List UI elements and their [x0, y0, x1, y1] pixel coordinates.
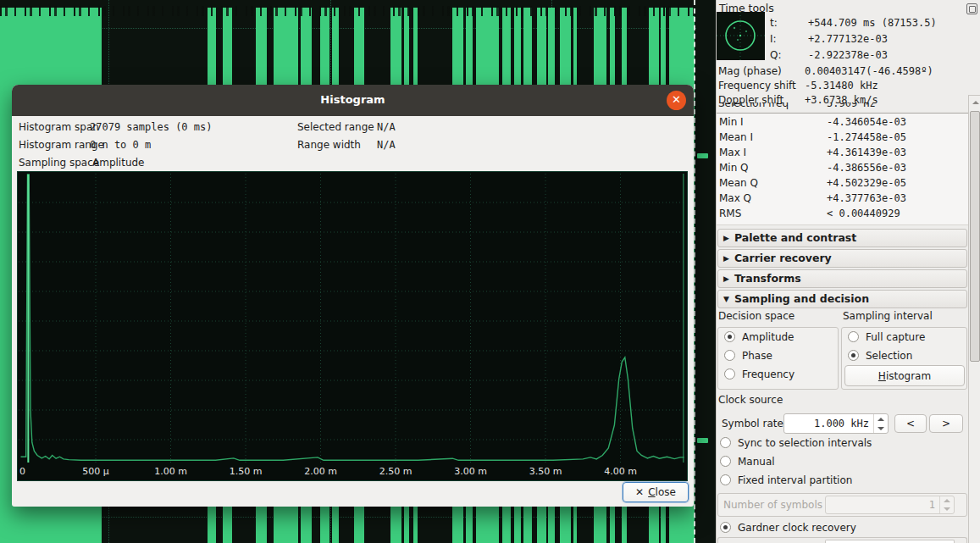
radio-phase[interactable]: Phase	[724, 350, 772, 365]
x-tick-label: 3.00 m	[446, 466, 496, 477]
selection-cursor[interactable]	[694, 0, 695, 543]
histogram-span-value: 27079 samples (0 ms)	[90, 121, 213, 133]
radio-selected-icon	[724, 331, 735, 342]
radio-label: Phase	[742, 350, 772, 362]
chevron-down-icon: ▼	[723, 295, 729, 303]
radio-fixed-interval-partition[interactable]: Fixed interval partition	[720, 474, 852, 490]
histogram-dialog: Histogram ✕ Histogram span 27079 samples…	[12, 85, 694, 507]
radio-label: Manual	[738, 456, 775, 468]
spin-down-icon	[874, 424, 888, 433]
chevron-right-icon: ▶	[723, 254, 729, 263]
mag-phase-label: Mag (phase)	[718, 65, 782, 77]
x-tick-label: 0	[19, 466, 36, 477]
section-label: Carrier recovery	[734, 252, 832, 264]
section-carrier-recovery[interactable]: ▶Carrier recovery	[717, 249, 967, 268]
rms-value: < 0.00440929	[827, 208, 900, 219]
frequency-shift-label: Frequency shift	[718, 80, 796, 91]
selection-freq-value: 5.909 Hz	[827, 103, 876, 109]
section-palette-and-contrast[interactable]: ▶Palette and contrast	[717, 229, 967, 247]
spin-up-icon	[940, 496, 954, 505]
symbol-rate-spinbox[interactable]: 1.000 kHz	[783, 413, 889, 434]
radio-icon	[848, 331, 859, 342]
radio-icon	[720, 437, 731, 448]
section-label: Sampling and decision	[734, 292, 869, 305]
dialog-titlebar[interactable]: Histogram ✕	[12, 85, 694, 116]
section-sampling-and-decision[interactable]: ▼Sampling and decision	[717, 290, 967, 308]
symbol-rate-prev-button[interactable]: <	[894, 414, 927, 433]
min-q-value: -4.386556e-03	[827, 162, 906, 174]
float-panel-icon[interactable]	[966, 3, 977, 14]
symbol-rate-label: Symbol rate	[722, 418, 783, 429]
clock-source-label: Clock source	[718, 394, 783, 406]
max-q-label: Max Q	[719, 192, 751, 204]
x-tick-label: 3.50 m	[520, 466, 571, 477]
waveform-noise	[0, 6, 696, 16]
histogram-curve	[18, 172, 687, 480]
selection-marker	[697, 153, 708, 158]
radio-label: Sync to selection intervals	[738, 437, 872, 449]
radio-label: Full capture	[866, 331, 925, 343]
x-tick-label: 2.50 m	[370, 466, 421, 477]
t-value: +544.709 ms (87153.5)	[808, 17, 937, 29]
max-q-value: +4.377763e-03	[827, 192, 906, 204]
min-i-label: Min I	[719, 116, 744, 128]
mean-i-label: Mean I	[719, 131, 753, 143]
radio-manual[interactable]: Manual	[720, 456, 775, 471]
i-value: +2.777132e-03	[808, 33, 888, 45]
radio-label: Amplitude	[742, 331, 795, 343]
sampling-interval-label: Sampling interval	[843, 310, 933, 322]
close-icon[interactable]: ✕	[667, 91, 686, 110]
histogram-range-value: 0 n to 0 m	[90, 139, 151, 151]
x-tick-label: 1.00 m	[146, 466, 197, 477]
q-label: Q:	[770, 49, 782, 61]
scroll-up-icon[interactable]	[970, 97, 980, 108]
close-button[interactable]: ✕ Close	[623, 482, 689, 502]
number-of-symbols-spinbox[interactable]: 1	[825, 496, 955, 514]
selected-range-label: Selected range	[297, 121, 374, 133]
range-width-label: Range width	[297, 139, 361, 151]
sampling-space-value: Amplitude	[92, 157, 145, 169]
radio-frequency[interactable]: Frequency	[724, 368, 795, 384]
constellation-thumbnail[interactable]	[717, 12, 765, 60]
waveform-gridline	[0, 28, 696, 29]
t-label: t:	[770, 17, 778, 29]
selection-marker	[697, 438, 708, 443]
max-i-value: +4.361439e-03	[827, 147, 906, 158]
x-tick-label: 4.00 m	[595, 466, 646, 477]
histogram-plot[interactable]: 0500 µ1.00 m1.50 m2.00 m2.50 m3.00 m3.50…	[17, 171, 688, 481]
frequency-shift-value: -5.31480 kHz	[805, 80, 878, 91]
decision-space-label: Decision space	[718, 310, 795, 322]
spin-up-icon	[874, 414, 888, 424]
q-value: -2.922378e-03	[808, 49, 888, 61]
radio-icon	[724, 350, 735, 361]
symbol-rate-next-button[interactable]: >	[929, 414, 963, 433]
scrollbar-thumb[interactable]	[970, 111, 980, 362]
x-tick-label: 2.00 m	[296, 466, 346, 477]
x-axis-ticks: 0500 µ1.00 m1.50 m2.00 m2.50 m3.00 m3.50…	[18, 466, 687, 480]
mean-q-value: +4.502329e-05	[827, 177, 906, 189]
histogram-span-label: Histogram span	[19, 121, 99, 133]
mag-phase-value: 0.00403147(-46.4598º)	[805, 65, 933, 77]
radio-sync-selection-intervals[interactable]: Sync to selection intervals	[720, 437, 872, 452]
selection-freq-label: Selection freq	[718, 103, 789, 109]
section-label: Transforms	[734, 272, 801, 285]
chevron-right-icon: ▶	[723, 234, 729, 242]
radio-amplitude[interactable]: Amplitude	[724, 331, 795, 346]
radio-label: Fixed interval partition	[738, 474, 852, 486]
range-width-value: N/A	[377, 139, 396, 151]
min-i-value: -4.346054e-03	[827, 116, 906, 128]
section-transforms[interactable]: ▶Transforms	[717, 269, 967, 288]
max-i-label: Max I	[719, 147, 746, 158]
mean-i-value: -1.274458e-05	[827, 131, 906, 143]
selection-freq-row-clipped: Selection freq 5.909 Hz	[717, 103, 967, 113]
radio-gardner-clock-recovery[interactable]: Gardner clock recovery	[720, 522, 856, 537]
radio-label: Selection	[866, 350, 912, 362]
spinner-arrows[interactable]	[873, 414, 888, 433]
sidebar-scrollbar[interactable]	[968, 95, 980, 543]
clipped-spinbox	[825, 540, 955, 543]
radio-full-capture[interactable]: Full capture	[848, 331, 925, 346]
histogram-button[interactable]: Histogram	[844, 365, 965, 386]
time-tools-panel: Time tools t: +544.709 ms (87153.5) I: +…	[716, 0, 980, 543]
radio-selection[interactable]: Selection	[848, 350, 912, 365]
x-tick-label: 1.50 m	[220, 466, 271, 477]
